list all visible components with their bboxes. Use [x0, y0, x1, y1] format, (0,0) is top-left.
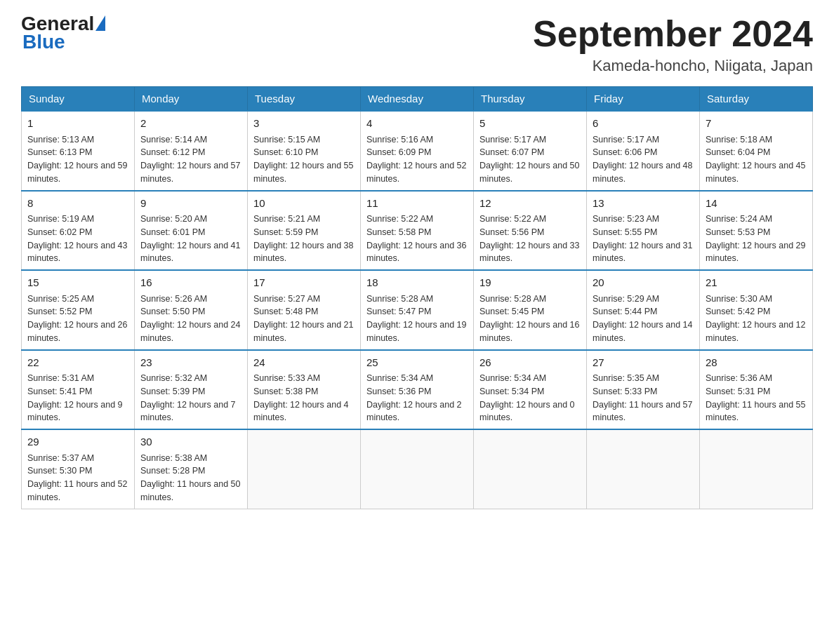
calendar-cell: 5Sunrise: 5:17 AMSunset: 6:07 PMDaylight… — [474, 111, 587, 191]
calendar-cell — [361, 429, 474, 509]
calendar-cell: 16Sunrise: 5:26 AMSunset: 5:50 PMDayligh… — [135, 270, 248, 350]
calendar-cell — [474, 429, 587, 509]
day-info: Sunrise: 5:35 AMSunset: 5:33 PMDaylight:… — [593, 372, 694, 424]
day-info: Sunrise: 5:21 AMSunset: 5:59 PMDaylight:… — [253, 213, 355, 265]
day-number: 15 — [27, 275, 128, 291]
calendar-cell — [700, 429, 813, 509]
day-number: 17 — [253, 275, 355, 291]
day-info: Sunrise: 5:31 AMSunset: 5:41 PMDaylight:… — [27, 372, 128, 424]
logo-blue-text: Blue — [22, 31, 65, 53]
day-info: Sunrise: 5:23 AMSunset: 5:55 PMDaylight:… — [593, 213, 694, 265]
day-info: Sunrise: 5:17 AMSunset: 6:06 PMDaylight:… — [593, 133, 694, 186]
calendar-cell: 26Sunrise: 5:34 AMSunset: 5:34 PMDayligh… — [474, 350, 587, 430]
day-info: Sunrise: 5:32 AMSunset: 5:39 PMDaylight:… — [140, 372, 241, 424]
day-number: 12 — [479, 196, 581, 212]
calendar-cell: 17Sunrise: 5:27 AMSunset: 5:48 PMDayligh… — [248, 270, 361, 350]
day-info: Sunrise: 5:24 AMSunset: 5:53 PMDaylight:… — [706, 213, 807, 265]
day-number: 20 — [593, 275, 694, 291]
day-number: 28 — [706, 355, 807, 371]
day-info: Sunrise: 5:34 AMSunset: 5:36 PMDaylight:… — [366, 372, 468, 424]
day-number: 24 — [253, 355, 355, 371]
calendar-cell: 20Sunrise: 5:29 AMSunset: 5:44 PMDayligh… — [587, 270, 700, 350]
calendar-cell: 7Sunrise: 5:18 AMSunset: 6:04 PMDaylight… — [700, 111, 813, 191]
day-number: 16 — [140, 275, 241, 291]
week-row-4: 22Sunrise: 5:31 AMSunset: 5:41 PMDayligh… — [22, 350, 813, 430]
day-info: Sunrise: 5:19 AMSunset: 6:02 PMDaylight:… — [27, 213, 128, 265]
calendar-cell: 25Sunrise: 5:34 AMSunset: 5:36 PMDayligh… — [361, 350, 474, 430]
day-info: Sunrise: 5:34 AMSunset: 5:34 PMDaylight:… — [479, 372, 581, 424]
day-number: 6 — [593, 116, 694, 132]
calendar-cell: 28Sunrise: 5:36 AMSunset: 5:31 PMDayligh… — [700, 350, 813, 430]
calendar-cell: 30Sunrise: 5:38 AMSunset: 5:28 PMDayligh… — [135, 429, 248, 509]
day-info: Sunrise: 5:15 AMSunset: 6:10 PMDaylight:… — [253, 133, 355, 186]
calendar-cell: 23Sunrise: 5:32 AMSunset: 5:39 PMDayligh… — [135, 350, 248, 430]
calendar-cell: 21Sunrise: 5:30 AMSunset: 5:42 PMDayligh… — [700, 270, 813, 350]
weekday-header-friday: Friday — [587, 87, 700, 112]
calendar-cell: 18Sunrise: 5:28 AMSunset: 5:47 PMDayligh… — [361, 270, 474, 350]
day-info: Sunrise: 5:17 AMSunset: 6:07 PMDaylight:… — [479, 133, 581, 186]
calendar-cell: 22Sunrise: 5:31 AMSunset: 5:41 PMDayligh… — [22, 350, 135, 430]
day-info: Sunrise: 5:37 AMSunset: 5:30 PMDaylight:… — [27, 452, 128, 504]
calendar-cell: 12Sunrise: 5:22 AMSunset: 5:56 PMDayligh… — [474, 191, 587, 271]
day-number: 27 — [593, 355, 694, 371]
day-info: Sunrise: 5:27 AMSunset: 5:48 PMDaylight:… — [253, 293, 355, 345]
calendar-cell — [248, 429, 361, 509]
week-row-3: 15Sunrise: 5:25 AMSunset: 5:52 PMDayligh… — [22, 270, 813, 350]
calendar-cell: 10Sunrise: 5:21 AMSunset: 5:59 PMDayligh… — [248, 191, 361, 271]
day-number: 8 — [27, 196, 128, 212]
day-number: 30 — [140, 434, 241, 450]
calendar-cell: 14Sunrise: 5:24 AMSunset: 5:53 PMDayligh… — [700, 191, 813, 271]
day-number: 23 — [140, 355, 241, 371]
calendar-cell: 1Sunrise: 5:13 AMSunset: 6:13 PMDaylight… — [22, 111, 135, 191]
day-number: 26 — [479, 355, 581, 371]
calendar-cell: 9Sunrise: 5:20 AMSunset: 6:01 PMDaylight… — [135, 191, 248, 271]
day-info: Sunrise: 5:28 AMSunset: 5:45 PMDaylight:… — [479, 293, 581, 345]
calendar-cell: 6Sunrise: 5:17 AMSunset: 6:06 PMDaylight… — [587, 111, 700, 191]
day-number: 11 — [366, 196, 468, 212]
calendar-cell: 24Sunrise: 5:33 AMSunset: 5:38 PMDayligh… — [248, 350, 361, 430]
day-info: Sunrise: 5:18 AMSunset: 6:04 PMDaylight:… — [706, 133, 807, 186]
day-number: 25 — [366, 355, 468, 371]
calendar-cell: 13Sunrise: 5:23 AMSunset: 5:55 PMDayligh… — [587, 191, 700, 271]
weekday-header-saturday: Saturday — [700, 87, 813, 112]
day-info: Sunrise: 5:16 AMSunset: 6:09 PMDaylight:… — [366, 133, 468, 186]
calendar-cell: 8Sunrise: 5:19 AMSunset: 6:02 PMDaylight… — [22, 191, 135, 271]
weekday-header-tuesday: Tuesday — [248, 87, 361, 112]
calendar-table: SundayMondayTuesdayWednesdayThursdayFrid… — [21, 86, 813, 509]
day-info: Sunrise: 5:33 AMSunset: 5:38 PMDaylight:… — [253, 372, 355, 424]
calendar-cell: 15Sunrise: 5:25 AMSunset: 5:52 PMDayligh… — [22, 270, 135, 350]
day-info: Sunrise: 5:25 AMSunset: 5:52 PMDaylight:… — [27, 293, 128, 345]
week-row-5: 29Sunrise: 5:37 AMSunset: 5:30 PMDayligh… — [22, 429, 813, 509]
location-subtitle: Kameda-honcho, Niigata, Japan — [533, 57, 813, 75]
page-header: General Blue September 2024 Kameda-honch… — [21, 14, 813, 75]
day-number: 13 — [593, 196, 694, 212]
day-info: Sunrise: 5:28 AMSunset: 5:47 PMDaylight:… — [366, 293, 468, 345]
day-number: 10 — [253, 196, 355, 212]
day-info: Sunrise: 5:30 AMSunset: 5:42 PMDaylight:… — [706, 293, 807, 345]
calendar-cell: 29Sunrise: 5:37 AMSunset: 5:30 PMDayligh… — [22, 429, 135, 509]
day-info: Sunrise: 5:20 AMSunset: 6:01 PMDaylight:… — [140, 213, 241, 265]
weekday-header-thursday: Thursday — [474, 87, 587, 112]
day-number: 22 — [27, 355, 128, 371]
title-area: September 2024 Kameda-honcho, Niigata, J… — [533, 14, 813, 75]
logo: General Blue — [21, 14, 105, 53]
day-number: 3 — [253, 116, 355, 132]
day-info: Sunrise: 5:13 AMSunset: 6:13 PMDaylight:… — [27, 133, 128, 186]
day-number: 9 — [140, 196, 241, 212]
day-number: 14 — [706, 196, 807, 212]
weekday-header-row: SundayMondayTuesdayWednesdayThursdayFrid… — [22, 87, 813, 112]
calendar-cell — [587, 429, 700, 509]
month-title: September 2024 — [533, 14, 813, 54]
day-number: 21 — [706, 275, 807, 291]
calendar-cell: 2Sunrise: 5:14 AMSunset: 6:12 PMDaylight… — [135, 111, 248, 191]
day-number: 18 — [366, 275, 468, 291]
day-info: Sunrise: 5:22 AMSunset: 5:56 PMDaylight:… — [479, 213, 581, 265]
day-info: Sunrise: 5:26 AMSunset: 5:50 PMDaylight:… — [140, 293, 241, 345]
day-number: 5 — [479, 116, 581, 132]
day-number: 4 — [366, 116, 468, 132]
day-info: Sunrise: 5:38 AMSunset: 5:28 PMDaylight:… — [140, 452, 241, 504]
day-number: 2 — [140, 116, 241, 132]
day-info: Sunrise: 5:22 AMSunset: 5:58 PMDaylight:… — [366, 213, 468, 265]
day-info: Sunrise: 5:14 AMSunset: 6:12 PMDaylight:… — [140, 133, 241, 186]
logo-triangle-icon — [95, 15, 105, 31]
